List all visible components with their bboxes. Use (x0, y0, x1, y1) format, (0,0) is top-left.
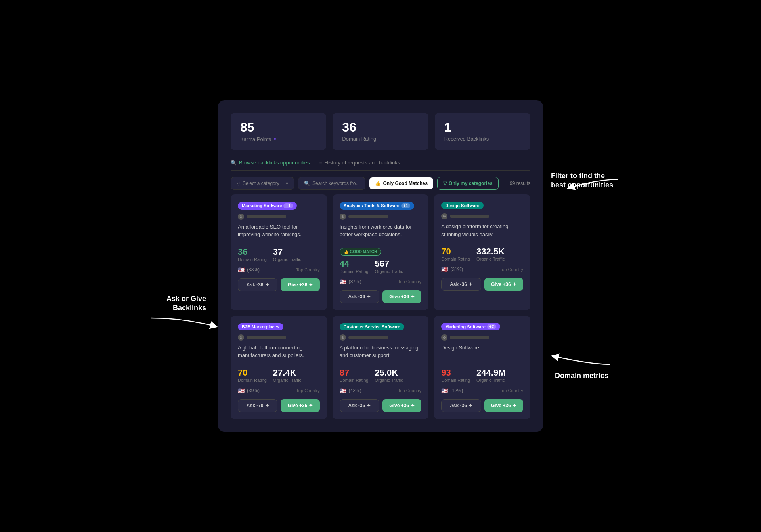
metric-domain-rating: 70 Domain Rating (238, 368, 267, 383)
organic-traffic-label: Organic Traffic (375, 269, 403, 274)
ask-button[interactable]: Ask -36 ✦ (238, 278, 277, 291)
country-pct: (88%) (247, 267, 260, 273)
domain-rating-label: Domain Rating (238, 257, 267, 262)
metric-domain-rating: 44 Domain Rating (340, 259, 369, 274)
domain-globe-icon: ⊕ (238, 334, 244, 341)
card-actions: Ask -36 ✦ Give +36 ✦ (441, 278, 523, 291)
tab-browse[interactable]: 🔍 Browse backlinks opportunities (231, 160, 310, 170)
ask-icon: ✦ (468, 403, 472, 408)
ask-arrow (143, 310, 230, 334)
main-container: 85 Karma Points ✦ 36 Domain Rating 1 Rec… (218, 100, 543, 432)
good-match-badge: 👍 GOOD MATCH (340, 248, 381, 256)
card-actions: Ask -36 ✦ Give +36 ✦ (441, 399, 523, 412)
give-icon: ✦ (309, 282, 313, 288)
card-1: Marketing Software +1 ⊕ An affordable SE… (231, 194, 327, 310)
country-flag: 🇺🇸 (441, 387, 448, 394)
good-match-button[interactable]: 👍 Only Good Matches (369, 177, 433, 189)
give-button[interactable]: Give +36 ✦ (382, 399, 421, 412)
card-description: A platform for business messaging and cu… (340, 344, 422, 363)
country-flag: 🇺🇸 (441, 266, 448, 273)
organic-traffic-label: Organic Traffic (476, 257, 505, 261)
domain-globe-icon: ⊕ (238, 214, 244, 220)
tabs: 🔍 Browse backlinks opportunities ≡ Histo… (231, 160, 530, 171)
domain-rating-label: Domain Rating (342, 136, 419, 142)
organic-traffic-value: 27.4K (273, 368, 301, 377)
card-6: Marketing Software +2 ⊕ Design Software … (434, 316, 530, 419)
stats-row: 85 Karma Points ✦ 36 Domain Rating 1 Rec… (231, 113, 530, 150)
category-select[interactable]: ▽ Select a category ▾ (231, 177, 294, 190)
metric-domain-rating: 36 Domain Rating (238, 248, 267, 262)
card-domain: ⊕ (238, 214, 320, 220)
card-description: An affordable SEO tool for improving web… (238, 223, 320, 242)
domain-url-blurred (348, 336, 388, 339)
give-icon: ✦ (411, 403, 415, 408)
card-description: Insights from workforce data for better … (340, 223, 422, 242)
give-button[interactable]: Give +36 ✦ (484, 278, 523, 291)
card-country: 🇺🇸 (88%) Top Country (238, 267, 320, 273)
card-metrics: 36 Domain Rating 37 Organic Traffic (238, 248, 320, 262)
give-button[interactable]: Give +36 ✦ (382, 290, 421, 303)
organic-traffic-value: 567 (375, 259, 403, 268)
card-domain: ⊕ (441, 334, 523, 341)
card-domain: ⊕ (238, 334, 320, 341)
ask-icon: ✦ (367, 403, 371, 408)
domain-globe-icon: ⊕ (340, 214, 346, 220)
category-badge: Analytics Tools & Software +1 (340, 202, 414, 210)
karma-label: Karma Points ✦ (240, 136, 317, 142)
country-flag: 🇺🇸 (238, 387, 245, 394)
domain-globe-icon: ⊕ (340, 334, 346, 341)
backlinks-label: Received Backlinks (444, 136, 521, 142)
search-icon: 🔍 (231, 160, 237, 166)
results-count: 99 results (510, 181, 530, 186)
organic-traffic-value: 332.5K (476, 247, 505, 256)
card-2: Analytics Tools & Software +1 ⊕ Insights… (333, 194, 429, 310)
give-button[interactable]: Give +36 ✦ (484, 399, 523, 412)
organic-traffic-label: Organic Traffic (273, 257, 301, 262)
thumbs-up-icon: 👍 (375, 181, 381, 186)
metric-organic-traffic: 244.9M Organic Traffic (476, 368, 505, 383)
ask-button[interactable]: Ask -70 ✦ (238, 399, 277, 412)
tab-history[interactable]: ≡ History of requests and backlinks (319, 160, 400, 170)
card-actions: Ask -70 ✦ Give +36 ✦ (238, 399, 320, 412)
card-country: 🇺🇸 (12%) Top Country (441, 387, 523, 394)
category-badge: Customer Service Software (340, 323, 404, 330)
filter-icon: ▽ (443, 181, 447, 186)
metric-organic-traffic: 567 Organic Traffic (375, 259, 403, 274)
give-button[interactable]: Give +36 ✦ (281, 278, 319, 291)
annotation-ask-give: Ask or GiveBacklinks (139, 294, 206, 313)
domain-url-blurred (247, 336, 286, 339)
country-pct: (39%) (247, 388, 260, 393)
stat-backlinks: 1 Received Backlinks (435, 113, 530, 150)
ask-icon: ✦ (468, 282, 472, 287)
domain-rating-value: 70 (238, 368, 267, 377)
top-country-label: Top Country (296, 267, 319, 272)
domain-url-blurred (450, 336, 489, 339)
give-button[interactable]: Give +36 ✦ (281, 399, 319, 412)
keyword-search[interactable]: 🔍 Search keywords fro... (298, 177, 365, 190)
card-domain: ⊕ (340, 214, 422, 220)
country-pct: (12%) (450, 388, 463, 393)
annotation-filter: Filter to find thebest opportunities (551, 172, 630, 190)
karma-value: 85 (240, 121, 317, 133)
country-flag: 🇺🇸 (340, 278, 346, 285)
chevron-down-icon: ▾ (286, 181, 288, 186)
karma-icon: ✦ (273, 136, 277, 142)
card-country: 🇺🇸 (42%) Top Country (340, 387, 422, 394)
country-pct: (31%) (450, 267, 463, 272)
ask-button[interactable]: Ask -36 ✦ (441, 278, 481, 291)
ask-button[interactable]: Ask -36 ✦ (441, 399, 481, 412)
ask-button[interactable]: Ask -36 ✦ (340, 290, 379, 303)
search-icon: 🔍 (304, 181, 310, 186)
category-badge: Marketing Software +2 (441, 323, 500, 330)
give-icon: ✦ (309, 403, 313, 408)
ask-button[interactable]: Ask -36 ✦ (340, 399, 379, 412)
card-description: A design platform for creating stunning … (441, 223, 523, 242)
ask-icon: ✦ (265, 403, 269, 408)
domain-url-blurred (247, 215, 286, 218)
organic-traffic-label: Organic Traffic (375, 378, 403, 383)
give-icon: ✦ (512, 403, 516, 408)
organic-traffic-value: 37 (273, 248, 301, 256)
card-description: A global platform connecting manufacture… (238, 344, 320, 363)
my-categories-button[interactable]: ▽ Only my categories (437, 177, 499, 190)
domain-rating-label: Domain Rating (441, 257, 470, 261)
